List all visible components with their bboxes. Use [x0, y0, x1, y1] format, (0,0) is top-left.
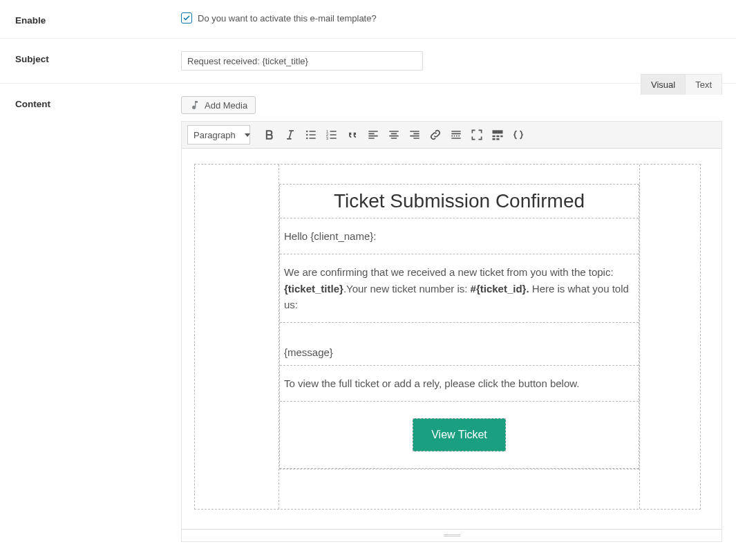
- enable-checkbox[interactable]: [181, 12, 192, 24]
- align-center-button[interactable]: [384, 125, 404, 144]
- svg-rect-8: [496, 136, 499, 138]
- enable-label: Enable: [15, 12, 181, 26]
- ol-button[interactable]: 123: [322, 125, 341, 144]
- enable-row: Enable Do you want to activate this e-ma…: [0, 0, 736, 39]
- editor-resize-handle[interactable]: [182, 529, 721, 541]
- svg-point-0: [306, 131, 308, 133]
- italic-button[interactable]: [281, 125, 300, 144]
- subject-label: Subject: [15, 51, 181, 71]
- template-side-right: [639, 165, 700, 509]
- svg-point-1: [306, 134, 308, 136]
- svg-rect-7: [493, 136, 496, 138]
- link-button[interactable]: [426, 125, 445, 144]
- svg-rect-11: [496, 138, 499, 140]
- tab-text[interactable]: Text: [685, 74, 722, 95]
- readmore-button[interactable]: [446, 125, 466, 144]
- svg-rect-10: [493, 138, 496, 140]
- template-body-2[interactable]: To view the full ticket or add a rely, p…: [280, 366, 639, 402]
- editor-canvas[interactable]: Ticket Submission Confirmed Hello {clien…: [182, 149, 721, 529]
- content-row: Content Add Media Visual Text Paragraph …: [0, 84, 736, 554]
- template-heading[interactable]: Ticket Submission Confirmed: [280, 185, 639, 218]
- svg-rect-6: [493, 130, 503, 133]
- editor-toolbar: Paragraph 123: [182, 122, 721, 149]
- quote-button[interactable]: [343, 125, 362, 144]
- template-outer: Ticket Submission Confirmed Hello {clien…: [194, 164, 701, 510]
- music-note-icon: [189, 100, 200, 111]
- view-ticket-button[interactable]: View Ticket: [413, 418, 506, 451]
- subject-input[interactable]: [181, 51, 423, 71]
- template-cta-wrap: View Ticket: [280, 402, 639, 469]
- shortcode-button[interactable]: [509, 125, 528, 144]
- editor: Paragraph 123: [181, 121, 722, 542]
- fullscreen-button[interactable]: [467, 125, 487, 144]
- template-message-placeholder[interactable]: {message}: [280, 323, 639, 366]
- toolbar-toggle-button[interactable]: [488, 125, 507, 144]
- format-select[interactable]: Paragraph: [187, 125, 250, 144]
- template-card: Ticket Submission Confirmed Hello {clien…: [279, 184, 639, 469]
- enable-description: Do you want to activate this e-mail temp…: [198, 13, 377, 24]
- svg-text:3: 3: [326, 136, 328, 140]
- add-media-button[interactable]: Add Media: [181, 96, 256, 114]
- bold-button[interactable]: [260, 125, 279, 144]
- subject-row: Subject: [0, 39, 736, 84]
- template-side-left: [195, 165, 279, 509]
- align-right-button[interactable]: [405, 125, 424, 144]
- align-left-button[interactable]: [364, 125, 383, 144]
- editor-tabs: Visual Text: [641, 74, 722, 95]
- svg-point-2: [306, 138, 308, 140]
- content-label: Content: [15, 96, 181, 542]
- template-body-1[interactable]: We are confirming that we received a new…: [280, 254, 639, 323]
- template-greeting[interactable]: Hello {client_name}:: [280, 218, 639, 254]
- tab-visual[interactable]: Visual: [641, 74, 685, 95]
- ul-button[interactable]: [301, 125, 321, 144]
- svg-rect-9: [500, 136, 502, 138]
